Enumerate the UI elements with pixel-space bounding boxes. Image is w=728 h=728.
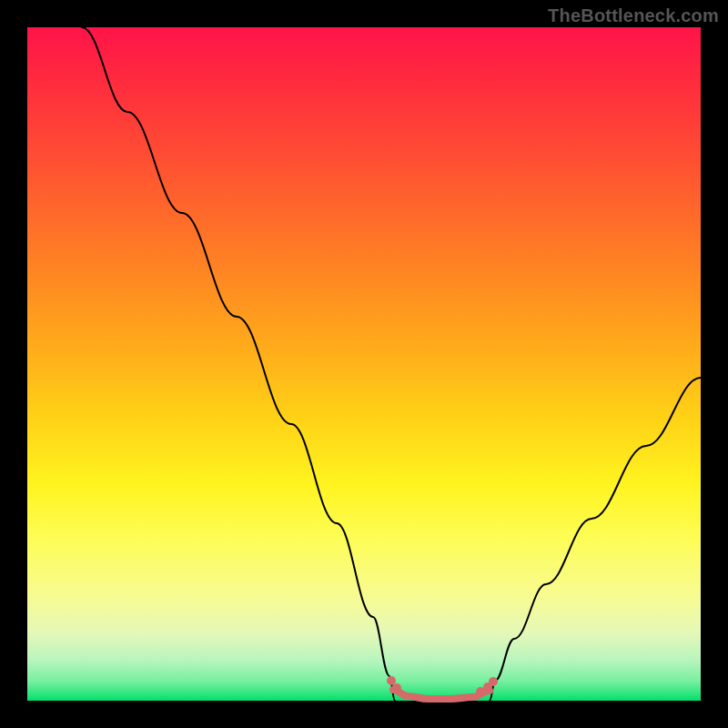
chart-point [489, 677, 498, 686]
chart-svg [27, 27, 701, 701]
watermark-text: TheBottleneck.com [548, 5, 719, 26]
chart-series-right-curve [490, 378, 701, 701]
chart-series-left-curve [82, 27, 395, 701]
plot-area [27, 27, 701, 701]
chart-point [387, 676, 396, 685]
chart-point [392, 683, 401, 693]
chart-series-bottom-highlight [393, 690, 490, 699]
chart-frame: TheBottleneck.com [0, 0, 728, 728]
